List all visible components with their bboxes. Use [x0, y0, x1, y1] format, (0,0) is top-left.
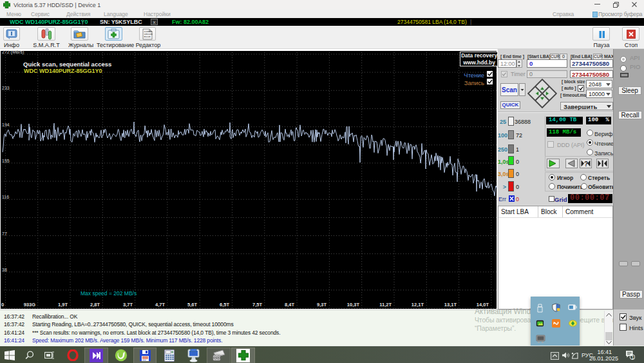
svg-text:1: 1	[632, 355, 634, 360]
svg-text:0110: 0110	[144, 35, 151, 38]
svg-text:?: ?	[584, 161, 588, 168]
